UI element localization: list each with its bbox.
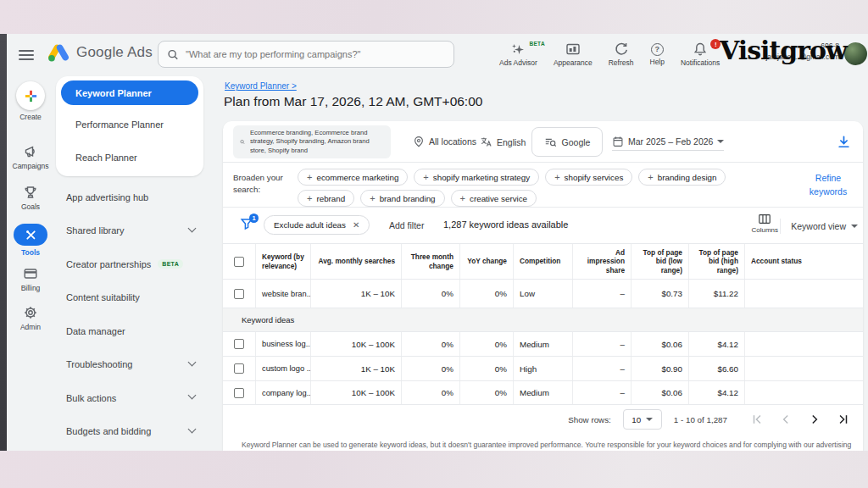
col-ad-impression-share[interactable]: Ad impression share: [573, 244, 632, 279]
add-icon: +: [554, 172, 559, 182]
sidebar-item-creator-partnerships[interactable]: Creator partnerships BETA: [54, 247, 210, 281]
previous-page-button[interactable]: [780, 413, 792, 425]
gear-icon: [23, 305, 38, 320]
help-button[interactable]: ? Help: [648, 43, 667, 66]
filter-button[interactable]: 1: [240, 217, 253, 230]
col-competition[interactable]: Competition: [514, 244, 573, 279]
ads-advisor-label: Ads Advisor: [499, 58, 537, 67]
add-filter-button[interactable]: Add filter: [389, 220, 424, 230]
keyword-view-dropdown[interactable]: Keyword view: [780, 219, 858, 234]
refresh-button[interactable]: Refresh: [606, 42, 637, 67]
date-range-setting[interactable]: Mar 2025 – Feb 2026: [612, 136, 724, 151]
table-row[interactable]: business log.. 10K – 100K 0% 0% Medium –…: [223, 332, 863, 357]
rail-label-billing: Billing: [21, 284, 41, 292]
help-label: Help: [650, 58, 665, 66]
locations-setting[interactable]: All locations: [413, 136, 476, 147]
menu-icon[interactable]: [19, 47, 34, 63]
avatar[interactable]: [844, 42, 867, 65]
keyword-chip[interactable]: +branding design: [638, 169, 726, 186]
google-ads-logo-icon: [47, 42, 70, 63]
appearance-button[interactable]: Appearance: [551, 42, 595, 67]
rail-label-goals: Goals: [21, 202, 40, 211]
col-top-bid-low[interactable]: Top of page bid (low range): [632, 244, 689, 279]
exclude-adult-ideas-chip[interactable]: Exclude adult ideas ✕: [264, 215, 370, 235]
rail-item-billing[interactable]: Billing: [7, 266, 54, 292]
refresh-icon: [614, 42, 629, 57]
account-info[interactable]: 606-8 jamjaber...@gmail.com: [731, 41, 839, 63]
network-setting[interactable]: Google: [531, 127, 603, 157]
language-setting[interactable]: English: [480, 136, 526, 148]
close-icon[interactable]: ✕: [353, 220, 359, 230]
refresh-label: Refresh: [609, 58, 634, 67]
rail-item-admin[interactable]: Admin: [7, 305, 54, 331]
breadcrumb[interactable]: Keyword Planner >: [225, 81, 297, 91]
row-checkbox[interactable]: [234, 339, 244, 349]
keyword-chip[interactable]: +ecommerce marketing: [298, 169, 408, 186]
keyword-chip[interactable]: +shopify marketing strategy: [414, 169, 539, 186]
sidebar-item-keyword-planner[interactable]: Keyword Planner: [61, 80, 198, 105]
page-title: Plan from Mar 17, 2026, 12 AM, GMT+06:00: [224, 94, 482, 109]
rail-item-tools[interactable]: Tools: [7, 224, 54, 257]
rows-per-page-select[interactable]: 10: [623, 409, 662, 430]
add-icon: +: [460, 193, 465, 203]
download-button[interactable]: [837, 135, 851, 149]
sidebar-item-troubleshooting[interactable]: Troubleshooting: [54, 348, 210, 382]
sidebar-item-data-manager[interactable]: Data manager: [54, 314, 210, 348]
sidebar-item-performance-planner[interactable]: Performance Planner: [75, 119, 164, 130]
sidebar-item-shared-library[interactable]: Shared library: [54, 214, 210, 248]
table-row[interactable]: website bran.. 1K – 10K 0% 0% Low – $0.7…: [223, 280, 863, 308]
download-icon: [837, 135, 851, 149]
chevron-down-icon: [188, 424, 197, 433]
network-value: Google: [562, 137, 591, 147]
first-page-button[interactable]: [751, 413, 763, 425]
col-three-month-change[interactable]: Three month change: [402, 244, 460, 279]
appearance-label: Appearance: [554, 58, 593, 67]
rail-item-goals[interactable]: Goals: [7, 185, 54, 211]
search-bar[interactable]: [158, 41, 454, 68]
appearance-icon: [565, 42, 581, 57]
ads-advisor-button[interactable]: BETA Ads Advisor: [497, 42, 540, 67]
rail-label-admin: Admin: [20, 323, 41, 331]
table-row[interactable]: company log.. 10K – 100K 0% 0% Medium – …: [223, 381, 863, 405]
last-page-button[interactable]: [837, 413, 849, 425]
keyword-chip[interactable]: +shopify services: [545, 169, 632, 186]
row-checkbox[interactable]: [234, 388, 244, 398]
row-checkbox[interactable]: [234, 289, 244, 299]
keyword-chip[interactable]: +brand branding: [360, 190, 444, 207]
col-yoy-change[interactable]: YoY change: [460, 244, 514, 279]
sidebar-item-reach-planner[interactable]: Reach Planner: [75, 152, 137, 163]
add-icon: +: [648, 172, 653, 182]
chevron-left-icon: [780, 413, 792, 425]
language-value: English: [497, 137, 526, 147]
keyword-chip[interactable]: +rebrand: [298, 190, 354, 207]
google-ads-logo[interactable]: Google Ads: [47, 42, 153, 63]
rail-item-create[interactable]: Create: [7, 81, 54, 121]
table-row[interactable]: custom logo .. 1K – 10K 0% 0% High – $0.…: [223, 357, 863, 381]
plan-card: Ecommerce branding, Ecommerce brand stra…: [223, 121, 863, 451]
col-account-status[interactable]: Account status: [745, 244, 863, 279]
col-avg-monthly-searches[interactable]: Avg. monthly searches: [311, 244, 402, 279]
search-input[interactable]: [186, 49, 445, 59]
keywords-summary[interactable]: Ecommerce branding, Ecommerce brand stra…: [233, 125, 391, 158]
notifications-button[interactable]: ! Notifications: [678, 42, 722, 67]
col-keyword[interactable]: Keyword (by relevance): [256, 244, 311, 279]
sidebar-item-content-suitability[interactable]: Content suitability: [54, 281, 210, 315]
create-button[interactable]: [16, 81, 45, 110]
sidebar-item-app-advertising-hub[interactable]: App advertising hub: [54, 180, 210, 214]
rail-label-create: Create: [19, 113, 42, 121]
columns-button[interactable]: Columns: [751, 213, 778, 234]
next-page-button[interactable]: [809, 413, 821, 425]
select-all-checkbox[interactable]: [234, 257, 244, 267]
refine-keywords-link[interactable]: Refine keywords: [805, 172, 851, 199]
sidebar-item-bulk-actions[interactable]: Bulk actions: [54, 381, 210, 415]
sidebar-item-budgets-and-bidding[interactable]: Budgets and bidding: [54, 415, 210, 449]
row-checkbox[interactable]: [234, 363, 244, 374]
locations-value: All locations: [429, 136, 476, 147]
rail-item-campaigns[interactable]: Campaigns: [7, 144, 54, 170]
col-top-bid-high[interactable]: Top of page bid (high range): [689, 244, 745, 279]
keyword-chip[interactable]: +creative service: [451, 190, 537, 207]
caret-down-icon: [646, 418, 653, 421]
account-id: 606-8: [731, 41, 839, 52]
account-email: jamjaber...@gmail.com: [731, 52, 839, 63]
tools-pill[interactable]: [14, 224, 47, 246]
